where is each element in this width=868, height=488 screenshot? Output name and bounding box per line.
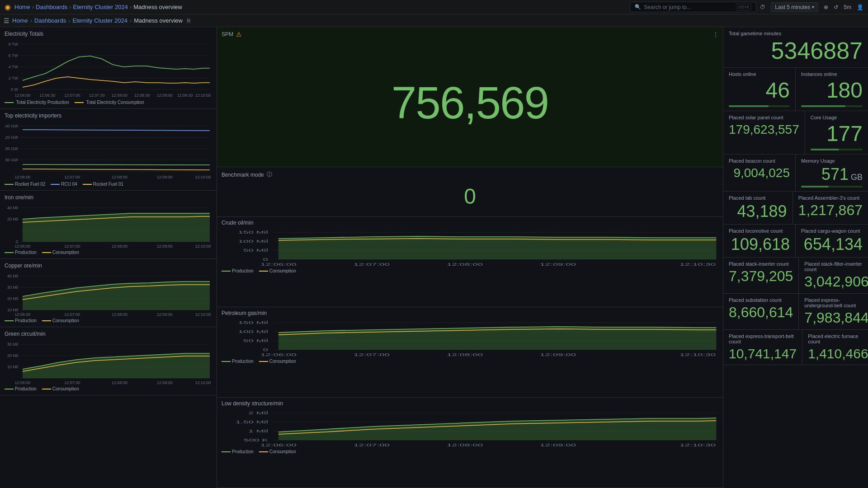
memory-usage-panel: Memory Usage 571 GB [796,155,868,192]
chevron-down-icon: ▾ [812,5,814,9]
svg-text:20 Mil: 20 Mil [7,296,18,301]
svg-text:30 Mil: 30 Mil [7,285,18,290]
substation-express-underground-row: Placed substation count 8,660,614 Placed… [723,294,868,330]
bc-cluster[interactable]: Eternity Cluster 2024 [72,17,127,24]
electricity-totals-title: Electricity Totals [5,31,212,37]
iron-ore-title: Iron ore/min [5,194,212,201]
iron-ore-legend: Production Consumption [5,250,212,255]
total-gametime-panel: Total gametime minutes 5346887 [723,27,868,68]
copper-ore-chart: 40 Mil 30 Mil 20 Mil 10 Mil 12:06:00 12:… [5,272,212,317]
hosts-online-bar-bg [729,105,790,107]
stack-filter-inserter-title: Placed stack-filter-inserter count [804,261,868,272]
green-circuit-title: Green circuit/min [5,331,212,337]
svg-text:2 TW: 2 TW [9,76,19,80]
green-circuit-legend: Production Consumption [5,386,212,391]
express-underground-title: Placed express-underground-belt count [804,297,868,308]
copper-ore-legend: Production Consumption [5,318,212,323]
svg-text:0: 0 [16,239,18,244]
stack-filter-inserter-panel: Placed stack-filter-inserter count 3,042… [799,258,868,294]
nav-home[interactable]: Home [14,4,30,10]
top-importers-chart: 140 GW 120 GW 100 GW 80 GW 12:06:00 12:0… [5,122,212,180]
locomotive-panel: Placed locomotive count 109,618 [723,225,796,258]
benchmark-panel: Benchmark mode ⓘ 0 [217,167,723,217]
time-range-label: Last 5 minutes [775,4,810,10]
svg-text:12:09:30: 12:09:30 [177,93,193,98]
green-circuit-chart: 30 Mil 20 Mil 10 Mil 12:06:00 12:07:00 1… [5,340,212,385]
svg-text:40 Mil: 40 Mil [7,274,18,278]
benchmark-title: Benchmark mode ⓘ [222,171,718,178]
svg-text:12:09:00: 12:09:00 [157,93,173,98]
svg-text:80 GW: 80 GW [5,158,18,162]
time-range-selector[interactable]: Last 5 minutes ▾ [771,2,818,12]
middle-column: SPM ⚠ ⋮ 756,569 Benchmark mode ⓘ 0 Crude… [217,27,723,488]
search-shortcut: ctrl+k [736,4,751,10]
core-usage-value: 177 [811,122,863,146]
bc-sep-2: › [68,17,70,24]
beacon-memory-row: Placed beacon count 9,004,025 Memory Usa… [723,155,868,192]
refresh-icon[interactable]: ↺ [834,4,838,10]
petroleum-gas-panel: Petroleum gas/min 150 Mil 100 Mil 50 Mil… [217,307,723,398]
svg-text:12:06:00: 12:06:00 [14,175,30,179]
svg-text:12:07:00: 12:07:00 [354,443,390,447]
svg-text:12:07:00: 12:07:00 [64,244,80,249]
lab-count-panel: Placed lab count 43,189 [723,192,793,225]
hosts-instances-row: Hosts online 46 Instances online 180 [723,68,868,111]
benchmark-label: Benchmark mode [222,172,264,178]
svg-text:120 GW: 120 GW [5,135,18,140]
svg-text:12:06:00: 12:06:00 [14,244,30,249]
svg-text:12:10:30: 12:10:30 [679,443,716,447]
search-bar[interactable]: 🔍 Search or jump to... ctrl+k [630,2,756,12]
svg-text:2 Mil: 2 Mil [249,411,268,415]
total-gametime-value: 5346887 [729,38,863,64]
svg-text:12:09:00: 12:09:00 [157,312,173,317]
zoom-icon[interactable]: ⊕ [824,4,828,10]
beacon-count-title: Placed beacon count [729,158,790,164]
crude-oil-panel: Crude oil/min 150 Mil 100 Mil 50 Mil 0 [217,217,723,307]
bc-dashboards[interactable]: Dashboards [34,17,66,24]
svg-text:12:10:00: 12:10:00 [195,93,211,98]
svg-text:12:07:00: 12:07:00 [64,93,80,98]
nav-cluster[interactable]: Eternity Cluster 2024 [73,4,127,10]
hosts-online-bar-fill [729,105,769,107]
svg-text:12:09:00: 12:09:00 [157,175,173,179]
svg-text:12:07:00: 12:07:00 [354,352,390,357]
spm-panel: SPM ⚠ ⋮ 756,569 [217,27,723,167]
svg-text:50 Mil: 50 Mil [243,248,268,253]
petroleum-gas-title: Petroleum gas/min [222,310,718,316]
nav-dashboards[interactable]: Dashboards [36,4,67,10]
express-transport-panel: Placed express-transport-belt count 10,7… [723,330,802,365]
bc-home[interactable]: Home [12,17,28,24]
instances-online-bar-fill [801,105,845,107]
solar-panel-panel: Placed solar panel count 179,623,557 [723,111,805,155]
hamburger-icon[interactable]: ☰ [4,17,9,24]
beacon-count-value: 9,004,025 [729,165,790,181]
bc-sep-1: › [30,17,32,24]
spm-label: SPM [222,31,233,38]
svg-text:12:07:00: 12:07:00 [64,380,80,385]
svg-text:100 Mil: 100 Mil [238,239,268,244]
memory-usage-value: 571 GB [801,165,863,183]
assembler3-panel: Placed Assembler-3's count 1,217,867 [793,192,868,225]
svg-text:40 Mil: 40 Mil [7,206,18,210]
svg-text:12:10:00: 12:10:00 [195,244,211,249]
refresh-interval[interactable]: 5m [844,4,851,10]
svg-text:12:08:30: 12:08:30 [134,93,150,98]
svg-text:12:06:00: 12:06:00 [260,262,297,267]
solar-panel-title: Placed solar panel count [729,115,799,120]
clock-icon: ⏱ [760,4,765,10]
share-icon[interactable]: ⎘ [187,18,190,24]
locomotive-value: 109,618 [729,235,790,253]
express-transport-electric-row: Placed express-transport-belt count 10,7… [723,330,868,365]
copper-ore-panel: Copper ore/min 40 Mil 30 Mil 20 Mil 10 M… [0,259,217,327]
svg-text:12:08:00: 12:08:00 [112,93,127,98]
svg-text:12:09:00: 12:09:00 [157,244,173,249]
svg-text:12:07:30: 12:07:30 [89,93,105,98]
core-usage-panel: Core Usage 177 [805,111,868,155]
memory-usage-bar-fill [801,186,829,188]
svg-text:12:09:00: 12:09:00 [540,262,576,267]
cargo-wagon-value: 654,134 [801,235,863,253]
user-icon[interactable]: 👤 [857,4,863,10]
svg-text:12:06:00: 12:06:00 [260,443,297,447]
spm-menu-icon[interactable]: ⋮ [713,31,718,38]
low-density-title: Low density structure/min [222,400,718,407]
